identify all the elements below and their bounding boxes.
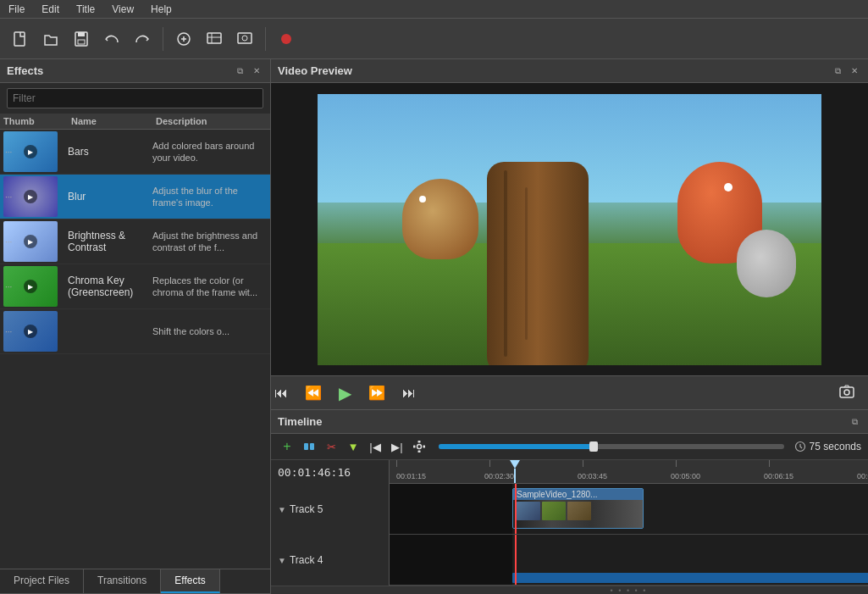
mark-3: 00:03:45 <box>578 472 607 480</box>
timeline-hscroll[interactable]: • • • • • <box>271 586 868 594</box>
ruler-inner: 00:01:15 00:02:30 00:03:45 00:05:00 00:0… <box>390 460 868 483</box>
track5-clip[interactable]: SampleVideo_1280... <box>512 488 644 529</box>
timeline-header: Timeline ⧉ <box>271 410 868 434</box>
scrubber-handle[interactable] <box>589 441 598 452</box>
clip-header: SampleVideo_1280... <box>513 489 643 500</box>
effect-desc-brightness: Adjust the brightness and contrast of th… <box>152 230 270 254</box>
effect-name-blur: Blur <box>68 191 152 203</box>
jump-start-button[interactable]: |◀ <box>366 437 384 456</box>
mark-4: 00:05:00 <box>671 472 700 480</box>
menu-bar: File Edit Title View Help <box>0 0 868 19</box>
settings-button[interactable] <box>410 437 428 456</box>
clip-thumbnail <box>513 500 643 528</box>
eye2 <box>724 183 733 192</box>
effect-item-brightness[interactable]: ··· ▶ Brightness & Contrast Adjust the b… <box>0 219 270 264</box>
effect-name-chromakey: Chroma Key (Greenscreen) <box>68 275 152 298</box>
track4-empty-left <box>390 535 512 585</box>
track4-label: ▼ Track 4 <box>271 535 390 586</box>
razor-button[interactable]: ✂ <box>322 437 340 456</box>
effect-item-colorshift[interactable]: ··· ▶ Shift the colors o... <box>0 309 270 354</box>
tick-2 <box>489 460 490 467</box>
toolbar-separator-2 <box>265 27 266 51</box>
toolbar <box>0 19 868 59</box>
video-area <box>271 83 868 375</box>
record-button[interactable] <box>273 25 300 53</box>
left-panel: Effects ⧉ ✕ Thumb Name Description <box>0 59 271 594</box>
tab-transitions[interactable]: Transitions <box>84 569 161 593</box>
redo-button[interactable] <box>129 25 156 53</box>
add-track-button[interactable]: + <box>278 437 296 456</box>
fast-forward-button[interactable]: ⏩ <box>365 381 389 404</box>
export-button[interactable] <box>231 25 258 53</box>
filter-button[interactable]: ▼ <box>344 437 362 456</box>
effect-thumb-chromakey: ··· ▶ <box>3 266 58 307</box>
svg-rect-5 <box>207 33 221 43</box>
undo-button[interactable] <box>98 25 125 53</box>
effect-name-bars: Bars <box>68 146 152 158</box>
save-button[interactable] <box>68 25 95 53</box>
right-panel: Video Preview ⧉ ✕ <box>271 59 868 594</box>
effects-panel-title: Effects <box>7 64 43 77</box>
tab-effects[interactable]: Effects <box>161 569 219 593</box>
preview-close-button[interactable]: ✕ <box>848 64 861 78</box>
open-button[interactable] <box>37 25 64 53</box>
snap-button[interactable] <box>300 437 318 456</box>
timeline-content: 00:01:46:16 ▼ Track 5 ▼ Track 4 <box>271 460 868 586</box>
svg-rect-3 <box>78 40 85 44</box>
tick-1 <box>396 460 397 467</box>
toolbar-separator <box>163 27 163 51</box>
effect-desc-colorshift: Shift the colors o... <box>152 325 270 337</box>
menu-view[interactable]: View <box>103 2 142 17</box>
film-frame-1 <box>517 502 540 520</box>
tracks-area: 00:01:15 00:02:30 00:03:45 00:05:00 00:0… <box>390 460 868 586</box>
thumb-dots: ··· <box>5 147 12 157</box>
preview-float-button[interactable]: ⧉ <box>831 64 844 78</box>
effect-desc-chromakey: Replaces the color (or chroma of the fra… <box>152 275 270 299</box>
effect-item-bars[interactable]: ··· ▶ Bars Add colored bars around your … <box>0 130 270 175</box>
jump-end-button[interactable]: ▶| <box>388 437 406 456</box>
svg-point-8 <box>281 34 291 44</box>
col-name: Name <box>71 116 156 126</box>
effects-header: Effects ⧉ ✕ <box>0 59 270 83</box>
filter-input[interactable] <box>7 88 263 108</box>
rewind-button[interactable]: ⏪ <box>301 381 325 404</box>
screenshot-button[interactable] <box>839 384 854 402</box>
track5-arrow: ▼ <box>278 505 286 514</box>
tabs-bar: Project Files Transitions Effects <box>0 569 270 594</box>
thumb-dots-chromakey: ··· <box>5 282 12 291</box>
svg-rect-16 <box>413 446 416 448</box>
svg-rect-9 <box>840 387 854 397</box>
timeline-maximize-button[interactable]: ⧉ <box>848 415 861 429</box>
timeline-scrubber[interactable] <box>439 444 784 449</box>
add-button[interactable] <box>170 25 197 53</box>
play-button[interactable]: ▶ <box>335 380 355 407</box>
tab-project-files[interactable]: Project Files <box>0 569 84 593</box>
col-thumb: Thumb <box>3 116 71 126</box>
menu-help[interactable]: Help <box>142 2 180 17</box>
playhead[interactable] <box>515 460 520 484</box>
timeline-section: Timeline ⧉ + ✂ ▼ |◀ ▶| <box>271 409 868 594</box>
effects-list: ··· ▶ Bars Add colored bars around your … <box>0 130 270 569</box>
thumb-dots-brightness: ··· <box>5 237 12 247</box>
skip-back-button[interactable]: ⏮ <box>271 382 291 404</box>
col-desc: Description <box>156 116 267 126</box>
tick-5 <box>769 460 770 467</box>
effect-item-blur[interactable]: ··· ▶ Blur Adjust the blur of the frame'… <box>0 175 270 219</box>
scroll-dots: • • • • • <box>611 586 648 595</box>
effect-name-brightness: Brightness & Contrast <box>68 230 152 253</box>
film-frame-2 <box>542 502 566 520</box>
effects-float-button[interactable]: ⧉ <box>233 64 246 78</box>
effects-controls: ⧉ ✕ <box>233 64 263 78</box>
skip-forward-button[interactable]: ⏭ <box>399 382 419 404</box>
mark-1: 00:01:15 <box>396 472 426 480</box>
effects-close-button[interactable]: ✕ <box>250 64 263 78</box>
playhead-arrow <box>510 460 520 469</box>
effect-desc-bars: Add colored bars around your video. <box>152 140 270 164</box>
new-button[interactable] <box>7 25 34 53</box>
effect-item-chromakey[interactable]: ··· ▶ Chroma Key (Greenscreen) Replaces … <box>0 264 270 309</box>
profile-button[interactable] <box>201 25 228 53</box>
menu-title[interactable]: Title <box>68 2 103 17</box>
menu-edit[interactable]: Edit <box>33 2 68 17</box>
timecode: 00:01:46:16 <box>271 460 389 484</box>
menu-file[interactable]: File <box>0 2 33 17</box>
